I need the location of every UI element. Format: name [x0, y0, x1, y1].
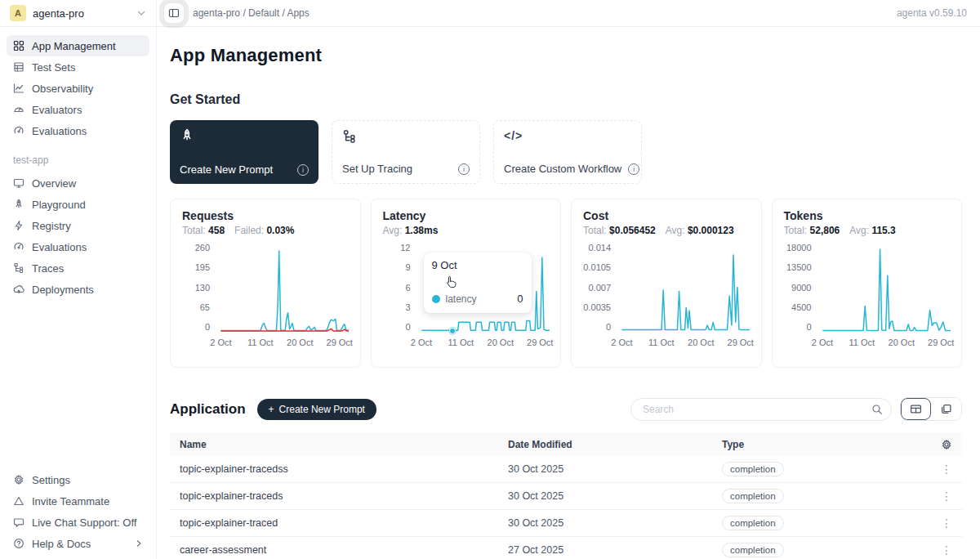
sidebar-item-label: Invite Teammate [32, 495, 109, 508]
table-row[interactable]: topic-explainer-tracedss 30 Oct 2025 com… [170, 456, 962, 483]
table-row[interactable]: career-assessment 27 Oct 2025 completion… [170, 537, 962, 559]
latency-line-plot[interactable]: 9 Oct latency 0 [417, 244, 550, 333]
cost-chart-card: Cost Total: $0.056452 Avg: $0.000123 0.0… [571, 199, 762, 368]
app-date: 30 Oct 2025 [498, 490, 712, 502]
table-row[interactable]: topic-explainer-traceds 30 Oct 2025 comp… [170, 483, 962, 510]
requests-line-plot[interactable] [216, 244, 349, 333]
row-menu-icon[interactable]: ⋮ [890, 463, 962, 476]
stat-label: Avg: [666, 225, 685, 236]
column-header-name[interactable]: Name [170, 439, 498, 450]
tooltip-value: 0 [517, 293, 523, 305]
sidebar-item-observability[interactable]: Observability [7, 78, 149, 99]
sidebar-item-deployments[interactable]: Deployments [7, 279, 149, 300]
stat-value: 458 [208, 225, 225, 236]
chart-title: Latency [383, 209, 550, 222]
chart-line-icon [13, 83, 24, 94]
app-version: agenta v0.59.10 [897, 7, 980, 19]
requests-chart-card: Requests Total: 458 Failed: 0.03% 260195… [170, 199, 361, 368]
column-header-type[interactable]: Type [712, 439, 890, 450]
stat-label: Total: [182, 225, 206, 236]
row-menu-icon[interactable]: ⋮ [890, 490, 962, 503]
tokens-line-plot[interactable] [818, 244, 951, 333]
sidebar-item-invite-teammate[interactable]: Invite Teammate [7, 490, 149, 512]
search-box [630, 398, 892, 421]
sidebar-item-registry[interactable]: Registry [7, 215, 149, 236]
sidebar-item-label: Overview [32, 177, 76, 190]
table-row[interactable]: topic-explainer-traced 30 Oct 2025 compl… [170, 510, 962, 537]
sidebar-section-label: test-app [13, 154, 149, 166]
create-new-prompt-card[interactable]: Create New Prompt i [170, 120, 318, 184]
chart-title: Tokens [784, 209, 951, 222]
sidebar-item-label: Observability [32, 83, 93, 95]
sidebar-item-evaluations[interactable]: Evaluations [7, 120, 149, 141]
type-badge: completion [722, 516, 784, 530]
app-name: topic-explainer-traced [170, 517, 498, 529]
panel-left-icon [168, 7, 180, 19]
speedometer-icon [13, 125, 24, 136]
code-icon: </> [504, 129, 631, 142]
column-header-date-modified[interactable]: Date Modified [498, 439, 712, 450]
app-date: 27 Oct 2025 [498, 544, 712, 556]
monitor-icon [13, 177, 24, 189]
chart-title: Cost [583, 209, 750, 222]
help-icon [13, 538, 24, 549]
sidebar-item-overview[interactable]: Overview [7, 172, 149, 194]
y-axis-labels: 0.0140.01050.0070.00350 [583, 244, 617, 333]
sidebar-item-test-sets[interactable]: Test Sets [7, 56, 149, 78]
sidebar-item-playground[interactable]: Playground [7, 194, 149, 215]
stat-value: 1.38ms [405, 225, 439, 236]
stat-label: Total: [583, 225, 607, 236]
sidebar-item-evaluations-app[interactable]: Evaluations [7, 236, 149, 257]
sidebar-item-traces[interactable]: Traces [7, 257, 149, 279]
sidebar-item-label: Playground [32, 199, 86, 211]
info-icon: i [458, 163, 470, 175]
card-label: Create New Prompt [180, 163, 273, 176]
chart-tooltip: 9 Oct latency 0 [424, 253, 532, 313]
create-button-label: Create New Prompt [279, 404, 365, 415]
row-menu-icon[interactable]: ⋮ [890, 543, 962, 557]
sidebar: App Management Test Sets Observability E… [0, 27, 157, 559]
sidebar-item-help-docs[interactable]: Help & Docs [7, 533, 149, 554]
x-axis-labels: 2 Oct11 Oct20 Oct29 Oct [417, 336, 550, 349]
page-title: App Management [170, 45, 962, 66]
table-view-button[interactable] [901, 398, 931, 420]
set-up-tracing-card[interactable]: Set Up Tracing i [332, 120, 480, 184]
sidebar-item-label: App Management [32, 40, 116, 52]
sidebar-item-label: Evaluators [32, 104, 82, 116]
test-sets-icon [13, 61, 24, 73]
breadcrumb[interactable]: agenta-pro / Default / Apps [193, 7, 310, 19]
app-name: topic-explainer-traceds [170, 490, 498, 502]
cost-line-plot[interactable] [617, 244, 750, 333]
sidebar-item-app-management[interactable]: App Management [7, 35, 149, 56]
sidebar-item-evaluators[interactable]: Evaluators [7, 99, 149, 120]
app-date: 30 Oct 2025 [498, 517, 712, 529]
card-view-button[interactable] [931, 398, 961, 420]
stat-label: Avg: [849, 225, 869, 236]
cursor-hand-icon [445, 275, 458, 290]
view-toggle [900, 397, 962, 421]
sidebar-item-label: Settings [32, 474, 70, 486]
y-axis-labels: 260195130650 [182, 244, 216, 333]
sidebar-item-label: Test Sets [32, 61, 75, 74]
row-menu-icon[interactable]: ⋮ [890, 517, 962, 530]
rocket-icon [13, 199, 24, 210]
search-input[interactable] [643, 404, 871, 415]
sidebar-item-settings[interactable]: Settings [7, 469, 149, 490]
top-header: A agenta-pro agenta-pro / Default / Apps… [0, 0, 980, 27]
sidebar-item-live-chat-support[interactable]: Live Chat Support: Off [7, 512, 149, 533]
create-custom-workflow-card[interactable]: </> Create Custom Workflow i [493, 120, 642, 184]
table-settings-gear-icon[interactable] [890, 438, 962, 451]
create-new-prompt-button[interactable]: + Create New Prompt [257, 399, 376, 420]
chart-title: Requests [182, 209, 349, 222]
plus-icon: + [269, 404, 274, 415]
search-icon[interactable] [871, 404, 883, 415]
invite-icon [13, 495, 24, 507]
metrics-row: Requests Total: 458 Failed: 0.03% 260195… [170, 199, 962, 368]
sidebar-item-label: Deployments [32, 284, 94, 296]
sidebar-collapse-button[interactable] [163, 2, 185, 24]
sidebar-item-label: Live Chat Support: Off [32, 517, 136, 529]
stat-value: $0.056452 [609, 225, 656, 236]
workspace-selector[interactable]: A agenta-pro [0, 0, 157, 26]
active-point-dot [449, 328, 456, 334]
sidebar-item-label: Traces [32, 262, 64, 275]
